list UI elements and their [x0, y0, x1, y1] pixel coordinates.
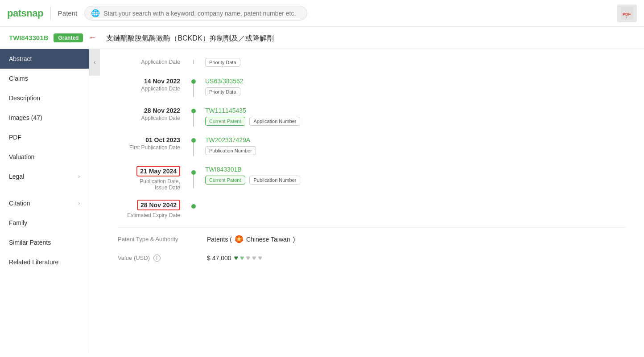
patent-link-2[interactable]: TW111145435	[205, 107, 626, 114]
timeline-right-3: TW202337429A Publication Number	[198, 136, 626, 157]
header-patent-label: Patent	[58, 9, 77, 17]
timeline-line-4	[193, 175, 194, 188]
sidebar-item-pdf[interactable]: PDF	[0, 127, 89, 147]
timeline-dot-col-4	[189, 166, 198, 188]
timeline-right-1: US63/383562 Priority Data	[198, 78, 626, 98]
badge-application-number-2: Application Number	[249, 117, 300, 126]
value-label: Value (USD) i	[118, 254, 207, 262]
timeline-dot-col-5	[189, 200, 198, 209]
sidebar: Abstract Claims Description Images (47) …	[0, 49, 89, 353]
timeline-row-5: 28 Nov 2042 Estimated Expiry Date	[118, 200, 626, 218]
timeline-row-2: 28 Nov 2022 Application Date TW111145435…	[118, 107, 626, 127]
heart-3: ♥	[246, 254, 251, 262]
sidebar-label-related-literature: Related Literature	[9, 259, 58, 266]
search-bar-container: 🌐	[84, 6, 307, 21]
timeline-date-5: 28 Nov 2042	[137, 200, 180, 210]
timeline-dot-3	[191, 138, 196, 143]
badge-priority-data-1: Priority Data	[205, 87, 240, 96]
heart-4: ♥	[252, 254, 256, 262]
sidebar-label-abstract: Abstract	[9, 55, 32, 62]
timeline-right-0: Priority Data	[198, 58, 626, 69]
patent-title-area: TWI843301B Granted ← 支鏈酮酸脫氫酶激酶（BCKDK）抑制劑…	[0, 27, 644, 49]
timeline-left-4: 21 May 2024 Publication Date,Issue Date	[118, 166, 189, 191]
pdf-download-button[interactable]: PDF ↓	[617, 4, 637, 22]
badge-publication-number-4: Publication Number	[249, 176, 300, 185]
patent-type-row: Patent Type & Authority Patents ( 🏵️ Chi…	[118, 227, 626, 243]
sidebar-item-similar-patents[interactable]: Similar Patents	[0, 233, 89, 252]
timeline-dot-col-2	[189, 107, 198, 127]
patent-id: TWI843301B	[9, 34, 48, 41]
sidebar-label-similar-patents: Similar Patents	[9, 239, 51, 246]
heart-rating: ♥ ♥ ♥ ♥ ♥	[234, 254, 263, 262]
globe-icon: 🌐	[91, 9, 100, 17]
patent-type-text: Patents (	[207, 236, 232, 243]
timeline-row-0: Application Date Priority Data	[118, 58, 626, 69]
chevron-right-icon-2: ›	[78, 200, 80, 206]
heart-2: ♥	[240, 254, 244, 262]
timeline-right-2: TW111145435 Current Patent Application N…	[198, 107, 626, 127]
heart-5: ♥	[258, 254, 263, 262]
value-amount-text: $ 47,000	[207, 254, 231, 262]
patent-link-3[interactable]: TW202337429A	[205, 136, 626, 144]
sidebar-item-claims[interactable]: Claims	[0, 69, 89, 88]
sidebar-label-family: Family	[9, 219, 27, 226]
paren-close: )	[293, 236, 295, 243]
timeline-line-1	[193, 84, 194, 97]
sidebar-label-images: Images (47)	[9, 114, 42, 121]
sidebar-item-description[interactable]: Description	[0, 88, 89, 108]
sidebar-label-description: Description	[9, 94, 40, 102]
timeline-dot-col-3	[189, 136, 198, 156]
timeline-dot-5	[191, 204, 196, 209]
header-divider	[50, 7, 51, 20]
timeline-dot-2	[191, 109, 196, 113]
sidebar-toggle-button[interactable]: ‹	[89, 49, 100, 76]
patent-type-value: Patents ( 🏵️ Chinese Taiwan )	[207, 235, 295, 243]
heart-1: ♥	[234, 254, 239, 262]
patsnap-logo[interactable]: patsnap	[7, 8, 43, 19]
sidebar-label-claims: Claims	[9, 75, 28, 82]
timeline-right-4: TWI843301B Current Patent Publication Nu…	[198, 166, 626, 186]
value-amount: $ 47,000 ♥ ♥ ♥ ♥ ♥	[207, 254, 262, 262]
timeline-left-5: 28 Nov 2042 Estimated Expiry Date	[118, 200, 189, 218]
sidebar-item-legal[interactable]: Legal ›	[0, 167, 89, 186]
badge-current-patent-4: Current Patent	[205, 176, 245, 185]
sidebar-label-pdf: PDF	[9, 134, 21, 141]
sidebar-item-related-literature[interactable]: Related Literature	[0, 252, 89, 272]
content-area: Application Date Priority Data 14 Nov 20…	[100, 49, 644, 353]
timeline-dot-1	[191, 79, 196, 84]
timeline-label-1: Application Date	[118, 86, 180, 92]
badge-publication-number-3: Publication Number	[205, 146, 256, 155]
main-layout: Abstract Claims Description Images (47) …	[0, 49, 644, 353]
sidebar-divider	[0, 186, 89, 193]
patent-type-label: Patent Type & Authority	[118, 236, 207, 242]
sidebar-item-citation[interactable]: Citation ›	[0, 193, 89, 213]
timeline-date-2: 28 Nov 2022	[118, 107, 180, 114]
chevron-right-icon: ›	[78, 173, 80, 180]
timeline: Application Date Priority Data 14 Nov 20…	[118, 58, 626, 218]
arrow-indicator: ←	[88, 33, 96, 42]
timeline-label-3: First Publication Date	[118, 144, 180, 151]
patent-link-1[interactable]: US63/383562	[205, 78, 626, 85]
info-icon[interactable]: i	[153, 254, 161, 262]
svg-text:↓: ↓	[625, 15, 627, 19]
patent-link-4[interactable]: TWI843301B	[205, 166, 626, 173]
search-input[interactable]	[103, 10, 301, 17]
patent-subtitle: 支鏈酮酸脫氫酶激酶（BCKDK）抑制劑及／或降解劑	[106, 34, 273, 43]
sidebar-item-valuation[interactable]: Valuation	[0, 147, 89, 167]
timeline-label-5: Estimated Expiry Date	[118, 212, 180, 218]
timeline-date-3: 01 Oct 2023	[118, 136, 180, 144]
timeline-dot-col-1	[189, 78, 198, 97]
timeline-line-2	[193, 113, 194, 127]
sidebar-item-abstract[interactable]: Abstract	[0, 49, 89, 69]
sidebar-label-citation: Citation	[9, 200, 30, 207]
sidebar-item-family[interactable]: Family	[0, 213, 89, 233]
timeline-label-4: Publication Date,Issue Date	[118, 178, 180, 191]
timeline-label-0: Application Date	[118, 59, 180, 65]
header: patsnap Patent 🌐 PDF ↓	[0, 0, 644, 27]
timeline-row-1: 14 Nov 2022 Application Date US63/383562…	[118, 78, 626, 98]
timeline-date-1: 14 Nov 2022	[118, 78, 180, 85]
timeline-row-3: 01 Oct 2023 First Publication Date TW202…	[118, 136, 626, 157]
sidebar-label-valuation: Valuation	[9, 153, 34, 160]
timeline-left-0: Application Date	[118, 58, 189, 65]
sidebar-item-images[interactable]: Images (47)	[0, 108, 89, 127]
